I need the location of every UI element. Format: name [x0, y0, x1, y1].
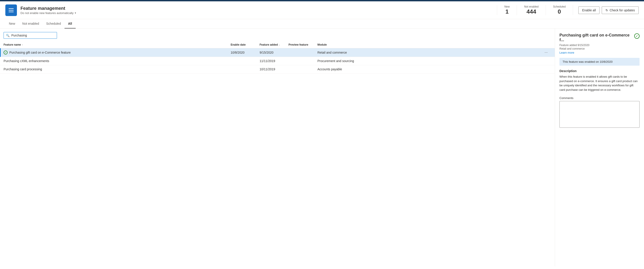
- detail-enabled-check-icon: ✓: [634, 33, 640, 39]
- enabled-icon: ✓: [4, 50, 8, 54]
- description-section: Description When this feature is enabled…: [560, 69, 640, 92]
- stat-new: New 1: [497, 5, 517, 15]
- td-feature-name: Purchasing cXML enhancements: [4, 59, 231, 63]
- stat-new-value: 1: [504, 8, 510, 15]
- right-panel: Purchasing gift card on e-Commerce f... …: [555, 28, 644, 266]
- top-header: Feature management Do not enable new fea…: [0, 1, 644, 19]
- table-row[interactable]: Purchasing card processing 10/11/2019 Ac…: [0, 65, 555, 74]
- detail-feature-added: Feature added 9/15/2020: [560, 44, 640, 47]
- enable-all-button[interactable]: Enable all: [578, 6, 600, 14]
- sort-icon-feature-added: ↓: [279, 44, 280, 46]
- enabled-banner: This feature was enabled on 10/8/2020: [560, 58, 640, 66]
- td-more[interactable]: ⋯: [544, 51, 551, 54]
- th-enable-date: Enable date: [231, 43, 260, 46]
- header-stats: New 1 Not enabled 444 Scheduled 0: [497, 5, 573, 15]
- feature-table: Feature name ↑ Enable date Feature added…: [0, 42, 555, 266]
- app-title: Feature management: [20, 6, 497, 11]
- table-row[interactable]: Purchasing cXML enhancements 11/11/2019 …: [0, 57, 555, 65]
- th-feature-added[interactable]: Feature added ↓: [260, 43, 288, 46]
- search-icon: 🔍: [6, 34, 10, 37]
- search-bar: 🔍: [0, 32, 555, 42]
- th-preview-feature: Preview feature: [288, 43, 318, 46]
- refresh-icon: ↻: [606, 8, 608, 12]
- stat-not-enabled-value: 444: [524, 8, 538, 15]
- stat-new-label: New: [504, 5, 510, 8]
- svg-rect-0: [9, 8, 14, 9]
- header-actions: Enable all ↻ Check for updates: [578, 6, 639, 14]
- td-feature-added: 9/15/2020: [260, 51, 288, 54]
- stat-not-enabled: Not enabled 444: [517, 5, 546, 15]
- td-enable-date: 10/8/2020: [231, 51, 260, 54]
- stat-scheduled: Scheduled 0: [546, 5, 573, 15]
- description-text: When this feature is enabled it allows g…: [560, 74, 640, 92]
- svg-rect-2: [9, 12, 14, 12]
- subtitle-text: Do not enable new features automatically: [20, 11, 74, 15]
- tab-scheduled[interactable]: Scheduled: [43, 19, 64, 28]
- td-module: Accounts payable: [318, 68, 545, 71]
- app-icon: [5, 4, 17, 16]
- th-module: Module: [318, 43, 545, 46]
- learn-more-link[interactable]: Learn more: [560, 51, 574, 54]
- detail-module: Retail and commerce: [560, 47, 640, 50]
- comments-section: Comments: [560, 96, 640, 128]
- app-title-block: Feature management Do not enable new fea…: [20, 6, 497, 15]
- td-feature-name: Purchasing card processing: [4, 68, 231, 71]
- sort-icon-feature-name: ↑: [22, 44, 23, 46]
- detail-title: Purchasing gift card on e-Commerce f...: [560, 33, 632, 42]
- main-content: 🔍 Feature name ↑ Enable date Feature add…: [0, 28, 644, 266]
- table-header: Feature name ↑ Enable date Feature added…: [0, 42, 555, 48]
- th-feature-name[interactable]: Feature name ↑: [4, 43, 231, 46]
- detail-title-row: Purchasing gift card on e-Commerce f... …: [560, 33, 640, 42]
- search-input-wrapper: 🔍: [4, 32, 57, 39]
- td-feature-added: 11/11/2019: [260, 59, 288, 63]
- stat-scheduled-label: Scheduled: [553, 5, 566, 8]
- left-panel: 🔍 Feature name ↑ Enable date Feature add…: [0, 28, 555, 266]
- comments-label: Comments: [560, 96, 640, 100]
- tab-all[interactable]: All: [64, 19, 76, 28]
- tab-not-enabled[interactable]: Not enabled: [19, 19, 43, 28]
- svg-rect-1: [9, 10, 14, 10]
- td-module: Retail and commerce: [318, 51, 545, 54]
- stat-not-enabled-label: Not enabled: [524, 5, 538, 8]
- check-updates-button[interactable]: ↻ Check for updates: [602, 6, 639, 14]
- check-updates-label: Check for updates: [610, 8, 635, 12]
- search-input[interactable]: [11, 34, 54, 37]
- stat-scheduled-value: 0: [553, 8, 566, 15]
- app-subtitle[interactable]: Do not enable new features automatically…: [20, 11, 497, 15]
- th-more: [544, 43, 551, 46]
- chevron-down-icon: ▾: [75, 12, 76, 14]
- td-feature-name: ✓ Purchasing gift card on e-Commerce fea…: [4, 50, 231, 54]
- description-title: Description: [560, 69, 640, 73]
- td-module: Procurement and sourcing: [318, 59, 545, 63]
- nav-tabs: New Not enabled Scheduled All: [0, 19, 644, 28]
- td-feature-added: 10/11/2019: [260, 68, 288, 71]
- tab-new[interactable]: New: [5, 19, 19, 28]
- comments-textarea[interactable]: [560, 101, 640, 128]
- table-row[interactable]: ✓ Purchasing gift card on e-Commerce fea…: [0, 48, 555, 57]
